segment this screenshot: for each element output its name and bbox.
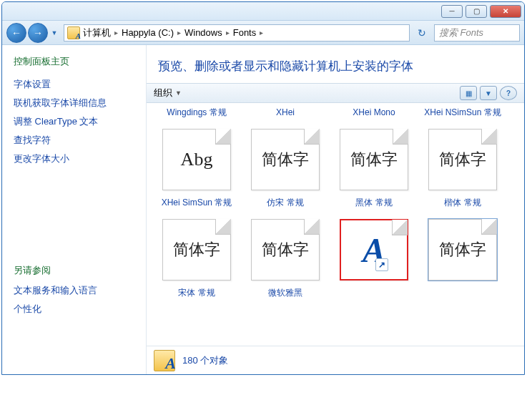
dogear-icon — [481, 129, 497, 145]
font-thumbnail: 简体字 — [162, 219, 231, 281]
font-thumbnail: 简体字 — [428, 129, 497, 190]
dogear-icon — [481, 219, 497, 235]
font-thumbnail: Abg — [162, 129, 231, 190]
status-count: 180 个对象 — [182, 354, 228, 367]
refresh-button[interactable]: ↻ — [414, 25, 430, 41]
dogear-icon — [392, 220, 408, 235]
font-sample: 简体字 — [262, 149, 309, 170]
fonts-folder-icon: A — [67, 26, 80, 39]
font-thumbnail: 简体字 — [251, 219, 320, 281]
font-item[interactable]: XHei简体字 — [241, 107, 330, 190]
crumb-computer[interactable]: 计算机 — [83, 26, 111, 39]
view-mode-button[interactable]: ▦ — [460, 86, 477, 100]
navbar: ← → ▼ A 计算机 ▸ Happyla (C:) ▸ Windows ▸ F… — [2, 21, 524, 45]
crumb-windows[interactable]: Windows — [184, 27, 222, 38]
nav-arrows: ← → ▼ — [6, 23, 59, 43]
organize-label: 组织 — [154, 87, 172, 99]
sidebar-link-cleartype[interactable]: 调整 ClearType 文本 — [14, 115, 134, 128]
address-bar[interactable]: A 计算机 ▸ Happyla (C:) ▸ Windows ▸ Fonts ▸ — [64, 24, 410, 42]
font-thumbnail: 简体字 — [251, 129, 320, 190]
sidebar-see-also-title: 另请参阅 — [14, 264, 134, 277]
chevron-right-icon[interactable]: ▸ — [260, 29, 263, 36]
body: 控制面板主页 字体设置 联机获取字体详细信息 调整 ClearType 文本 查… — [2, 45, 524, 374]
shortcut-icon: ↗ — [375, 258, 388, 271]
font-sample: 简体字 — [439, 239, 486, 260]
font-label: 宋体 常规 — [175, 288, 217, 309]
font-label: XHei — [273, 107, 297, 129]
font-item[interactable]: 楷体 常规简体字 — [418, 198, 507, 281]
chevron-down-icon: ▼ — [175, 89, 182, 97]
titlebar: ─ ▢ ✕ — [2, 2, 524, 21]
font-thumbnail: 简体字 — [428, 219, 497, 281]
font-sample: 简体字 — [350, 149, 398, 170]
font-label: XHei SimSun 常规 — [159, 198, 235, 219]
font-label: XHei NSimSun 常规 — [421, 107, 503, 129]
sidebar-link-font-info-online[interactable]: 联机获取字体详细信息 — [14, 97, 134, 109]
font-item[interactable]: 微软雅黑 — [241, 288, 330, 309]
font-label: 黑体 常规 — [353, 198, 395, 219]
font-label: 楷体 常规 — [441, 198, 483, 219]
font-label: 微软雅黑 — [265, 288, 305, 309]
sidebar-link-change-size[interactable]: 更改字体大小 — [14, 152, 134, 165]
dogear-icon — [304, 129, 320, 145]
statusbar: A 180 个对象 — [147, 346, 524, 374]
font-row: Wingdings 常规AbgXHei简体字XHei Mono简体字XHei N… — [152, 106, 518, 196]
font-item[interactable]: XHei NSimSun 常规简体字 — [418, 107, 507, 190]
crumb-fonts[interactable]: Fonts — [233, 27, 257, 38]
font-item[interactable]: 仿宋 常规简体字 — [241, 198, 330, 281]
crumb-drive[interactable]: Happyla (C:) — [122, 27, 174, 38]
fonts-folder-icon: A — [154, 350, 175, 371]
back-button[interactable]: ← — [6, 23, 26, 43]
help-button[interactable]: ? — [500, 86, 517, 100]
sidebar-link-find-char[interactable]: 查找字符 — [14, 134, 134, 147]
font-item[interactable]: Wingdings 常规Abg — [152, 107, 241, 190]
search-input[interactable]: 搜索 Fonts — [434, 24, 520, 42]
font-row: 宋体 常规微软雅黑 — [152, 286, 518, 315]
font-sample: 简体字 — [439, 149, 486, 170]
sidebar-link-font-settings[interactable]: 字体设置 — [14, 78, 134, 91]
chevron-right-icon[interactable]: ▸ — [177, 29, 181, 36]
chevron-right-icon[interactable]: ▸ — [226, 29, 230, 36]
minimize-button[interactable]: ─ — [441, 5, 463, 18]
sidebar: 控制面板主页 字体设置 联机获取字体详细信息 调整 ClearType 文本 查… — [2, 45, 147, 374]
font-thumbnail: 简体字 — [340, 129, 408, 190]
font-label: Wingdings 常规 — [164, 107, 229, 129]
history-dropdown[interactable]: ▼ — [49, 23, 59, 43]
font-label: 仿宋 常规 — [264, 198, 306, 219]
font-item[interactable]: XHei SimSun 常规简体字 — [152, 198, 241, 281]
dogear-icon — [215, 219, 231, 235]
explorer-window: ─ ▢ ✕ ← → ▼ A 计算机 ▸ Happyla (C:) ▸ Windo… — [1, 1, 525, 375]
organize-button[interactable]: 组织 ▼ — [154, 87, 182, 99]
page-heading: 预览、删除或者显示和隐藏计算机上安装的字体 — [147, 45, 524, 83]
maximize-button[interactable]: ▢ — [466, 5, 487, 18]
font-item[interactable]: 黑体 常规A↗ — [330, 198, 418, 281]
font-grid: Wingdings 常规AbgXHei简体字XHei Mono简体字XHei N… — [147, 103, 524, 346]
font-item[interactable]: 宋体 常规 — [152, 288, 241, 309]
sidebar-link-personalize[interactable]: 个性化 — [14, 303, 134, 316]
forward-button[interactable]: → — [28, 23, 48, 43]
toolbar: 组织 ▼ ▦ ▼ ? — [147, 83, 524, 103]
sidebar-title: 控制面板主页 — [14, 55, 134, 68]
font-sample: 简体字 — [262, 239, 309, 260]
font-sample: Abg — [181, 149, 213, 170]
view-dropdown-button[interactable]: ▼ — [480, 86, 497, 100]
font-label: XHei Mono — [350, 107, 398, 129]
dogear-icon — [215, 129, 231, 145]
main-panel: 预览、删除或者显示和隐藏计算机上安装的字体 组织 ▼ ▦ ▼ ? Wingdin… — [147, 45, 524, 374]
font-item[interactable]: XHei Mono简体字 — [330, 107, 418, 190]
font-sample: 简体字 — [173, 239, 220, 260]
sidebar-link-text-services[interactable]: 文本服务和输入语言 — [14, 284, 134, 297]
dogear-icon — [304, 219, 320, 235]
font-row: XHei SimSun 常规简体字仿宋 常规简体字黑体 常规A↗楷体 常规简体字 — [152, 196, 518, 286]
font-sample: A↗ — [363, 230, 385, 270]
font-thumbnail: A↗ — [340, 219, 408, 281]
chevron-right-icon[interactable]: ▸ — [114, 29, 118, 36]
close-button[interactable]: ✕ — [490, 5, 521, 18]
dogear-icon — [393, 129, 408, 145]
